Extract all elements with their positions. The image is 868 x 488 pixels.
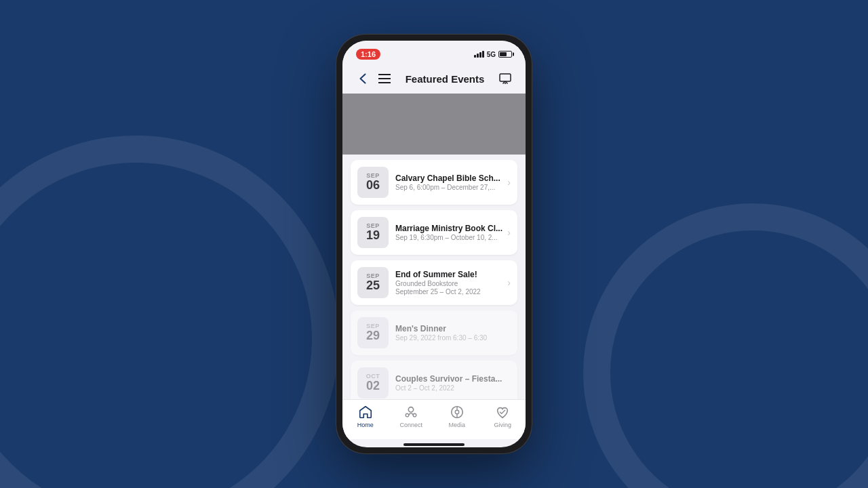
svg-point-5 <box>409 407 414 412</box>
event-item[interactable]: SEP06Calvary Chapel Bible Sch...Sep 6, 6… <box>351 160 517 205</box>
screen: 1:16 5G <box>342 41 526 447</box>
tab-item-home[interactable]: Home <box>342 404 389 428</box>
event-item[interactable]: SEP29Men's DinnerSep 29, 2022 from 6:30 … <box>351 310 517 355</box>
event-item[interactable]: SEP25End of Summer Sale!Grounded Booksto… <box>351 260 517 305</box>
svg-rect-3 <box>500 74 511 81</box>
giving-icon <box>494 404 511 420</box>
tab-label-media: Media <box>448 422 465 428</box>
date-badge: SEP19 <box>357 217 389 248</box>
event-date-range: September 25 – Oct 2, 2022 <box>395 288 505 296</box>
event-info: Men's DinnerSep 29, 2022 from 6:30 – 6:3… <box>395 324 511 342</box>
event-day: 06 <box>366 179 380 192</box>
svg-point-4 <box>505 83 506 84</box>
back-button[interactable] <box>353 69 372 88</box>
signal-bars <box>474 51 484 58</box>
date-badge: SEP29 <box>357 317 389 348</box>
date-badge: SEP25 <box>357 267 389 298</box>
event-info: Calvary Chapel Bible Sch...Sep 6, 6:00pm… <box>395 174 505 191</box>
event-date-range: Oct 2 – Oct 2, 2022 <box>395 384 511 392</box>
event-subtitle: Grounded Bookstore <box>395 280 505 287</box>
event-title: End of Summer Sale! <box>395 270 505 279</box>
signal-label: 5G <box>487 51 496 58</box>
event-item[interactable]: OCT02Couples Survivor – Fiesta...Oct 2 –… <box>351 361 517 399</box>
battery-icon <box>498 51 512 58</box>
event-info: Marriage Ministry Book Cl...Sep 19, 6:30… <box>395 224 505 241</box>
svg-point-7 <box>413 413 416 417</box>
event-day: 19 <box>366 229 380 243</box>
tab-label-home: Home <box>357 422 374 428</box>
cast-button[interactable] <box>496 69 515 88</box>
status-bar: 1:16 5G <box>342 41 526 64</box>
tab-bar: Home Connect Media Giving <box>342 399 526 439</box>
event-info: End of Summer Sale!Grounded BookstoreSep… <box>395 270 505 296</box>
event-item[interactable]: SEP19Marriage Ministry Book Cl...Sep 19,… <box>351 210 517 255</box>
status-right: 5G <box>474 51 512 58</box>
chevron-right-icon: › <box>507 277 511 288</box>
nav-bar: Featured Events <box>342 64 526 94</box>
tab-label-connect: Connect <box>399 422 422 428</box>
event-date-range: Sep 6, 6:00pm – December 27,... <box>395 184 505 191</box>
chevron-right-icon: › <box>507 227 511 238</box>
event-day: 02 <box>366 380 380 393</box>
battery-fill <box>500 52 507 56</box>
event-title: Calvary Chapel Bible Sch... <box>395 174 505 183</box>
event-list: SEP06Calvary Chapel Bible Sch...Sep 6, 6… <box>342 160 526 399</box>
tab-item-connect[interactable]: Connect <box>389 404 435 428</box>
event-day: 25 <box>366 279 380 293</box>
hero-image <box>342 94 526 155</box>
background-arc-2 <box>521 141 868 488</box>
svg-point-9 <box>455 410 459 414</box>
event-info: Couples Survivor – Fiesta...Oct 2 – Oct … <box>395 374 511 392</box>
home-indicator <box>403 443 465 446</box>
home-icon <box>357 404 374 420</box>
phone-shell: 1:16 5G <box>336 34 532 454</box>
media-icon <box>449 404 465 420</box>
event-title: Marriage Ministry Book Cl... <box>395 224 505 233</box>
date-badge: SEP06 <box>357 167 389 198</box>
event-date-range: Sep 29, 2022 from 6:30 – 6:30 <box>395 334 511 342</box>
content-area: SEP06Calvary Chapel Bible Sch...Sep 6, 6… <box>342 94 526 399</box>
page-title: Featured Events <box>394 73 496 85</box>
event-title: Couples Survivor – Fiesta... <box>395 374 511 384</box>
tab-label-giving: Giving <box>494 422 511 428</box>
tab-item-giving[interactable]: Giving <box>480 404 526 428</box>
event-title: Men's Dinner <box>395 324 511 333</box>
menu-button[interactable] <box>375 69 394 88</box>
svg-point-6 <box>406 413 409 417</box>
event-date-range: Sep 19, 6:30pm – October 10, 2... <box>395 234 505 241</box>
event-day: 29 <box>366 329 380 343</box>
tab-item-media[interactable]: Media <box>434 404 480 428</box>
connect-icon <box>403 404 419 420</box>
status-time: 1:16 <box>356 49 380 60</box>
date-badge: OCT02 <box>357 367 389 399</box>
chevron-right-icon: › <box>507 177 511 188</box>
